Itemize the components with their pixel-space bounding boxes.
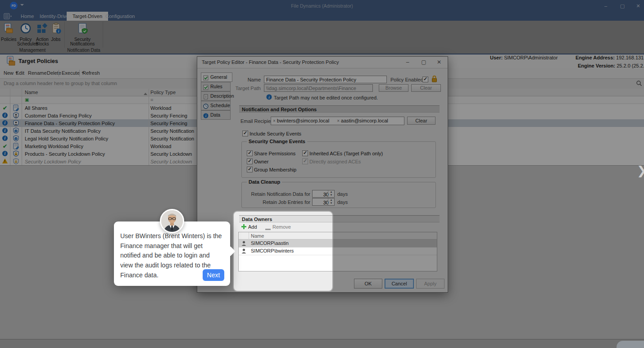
owner-name: SIMCORP\aastin: [251, 240, 289, 246]
window-title: File Dynamics (Administrator): [0, 3, 644, 9]
filter-edit-icon[interactable]: ▣: [25, 97, 29, 102]
engine-address-label: Engine Address:: [576, 55, 615, 60]
column-name[interactable]: Name: [25, 90, 38, 95]
share-permissions-checkbox[interactable]: [247, 150, 253, 156]
ok-button[interactable]: OK: [354, 279, 382, 289]
policy-type: Security Fencing: [150, 121, 187, 126]
check-icon: ✔: [3, 105, 7, 111]
security-notification-icon: i: [13, 135, 19, 143]
tab-general[interactable]: General: [201, 72, 232, 82]
ribbon-tab-row: Home Identity-Driven Target-Driven Confi…: [0, 12, 644, 21]
policy-schedules-button[interactable]: Policy Schedules: [17, 22, 34, 46]
policy-name: Customer Data Fencing Policy: [25, 113, 92, 118]
clear-recipients-button[interactable]: Clear: [407, 117, 435, 125]
owner-checkbox[interactable]: [247, 158, 253, 164]
recipient-chip[interactable]: ×bwinters@simcorp.local: [273, 117, 329, 125]
column-policy-type[interactable]: Policy Type: [150, 90, 176, 95]
name-field[interactable]: [264, 76, 387, 83]
dialog-title-bar[interactable]: Target Policy Editor - Finance Data - Se…: [197, 57, 448, 68]
info-icon: i: [2, 136, 8, 141]
dialog-minimize-button[interactable]: –: [403, 59, 413, 66]
retain-jobs-stepper[interactable]: ▲▼: [312, 198, 335, 206]
action-blocks-button[interactable]: Action Blocks: [35, 22, 50, 46]
apply-button[interactable]: Apply: [416, 279, 444, 289]
close-button[interactable]: ✕: [634, 2, 642, 9]
refresh-button[interactable]: Refresh: [82, 70, 100, 76]
jobs-label: Jobs: [51, 37, 60, 42]
toolbar-separator: [79, 70, 80, 77]
recipient-address: bwinters@simcorp.local: [277, 118, 329, 123]
cancel-button[interactable]: Cancel: [385, 279, 414, 289]
spinner-arrows-icon[interactable]: ▲▼: [328, 190, 334, 197]
execute-button[interactable]: Execute: [62, 70, 84, 76]
maximize-button[interactable]: ▢: [618, 2, 626, 9]
tab-schedule-label: Schedule: [210, 103, 230, 108]
checkbox-icon: [203, 75, 209, 83]
minimize-button[interactable]: –: [602, 2, 610, 9]
page-title: Target Policies: [18, 58, 58, 64]
action-blocks-label: Action Blocks: [36, 37, 49, 46]
security-notifications-button[interactable]: Security Notifications: [68, 22, 96, 46]
engine-version-value: 25.2.0 (25.2.0.1): [617, 63, 644, 68]
dialog-close-button[interactable]: ✕: [434, 59, 444, 66]
next-arrow-icon[interactable]: ❯: [637, 164, 644, 178]
jobs-icon: i: [50, 23, 62, 36]
cutoff-pill-button[interactable]: [617, 341, 644, 348]
target-path-field: [264, 84, 373, 92]
filter-operator[interactable]: =: [150, 97, 153, 103]
clear-target-path-button[interactable]: Clear: [411, 84, 441, 92]
browse-button[interactable]: Browse: [379, 84, 408, 92]
group-membership-checkbox[interactable]: [247, 167, 253, 172]
tab-description[interactable]: Description: [201, 91, 231, 101]
spinner-arrows-icon[interactable]: ▲▼: [328, 199, 334, 205]
group-notification-data-label: Notification Data: [65, 48, 102, 53]
engine-address: Engine Address: 192.168.131.190: [576, 55, 644, 60]
policies-button[interactable]: Policies: [1, 22, 16, 42]
security-fencing-icon: [13, 120, 19, 127]
tab-data[interactable]: i Data: [201, 110, 231, 120]
status-bar: [0, 339, 644, 348]
workload-icon: [13, 143, 19, 150]
search-icon[interactable]: [636, 80, 642, 87]
next-button[interactable]: Next: [203, 269, 224, 281]
data-owners-header[interactable]: Name: [239, 232, 437, 240]
jobs-button[interactable]: i Jobs: [50, 22, 62, 42]
retain-jobs-label: Retain Job Entries for: [243, 199, 310, 205]
email-recipients-field[interactable]: ×bwinters@simcorp.local ×aastin@simcorp.…: [271, 117, 404, 125]
info-icon: i: [266, 94, 272, 101]
owner-row-selected[interactable]: SIMCORP\aastin: [239, 240, 437, 248]
info-icon: i: [2, 151, 8, 156]
dialog-maximize-button[interactable]: ▢: [419, 59, 429, 66]
owner-name: SIMCORP\bwinters: [251, 248, 294, 253]
app-window: FD File Dynamics (Administrator) – ▢ ✕ H…: [0, 0, 644, 348]
remove-owner-button[interactable]: Remove: [272, 224, 291, 230]
tab-configuration[interactable]: Configuration: [100, 12, 141, 21]
include-security-events-checkbox[interactable]: [242, 131, 248, 136]
policy-enabled-checkbox[interactable]: [422, 77, 428, 82]
remove-icon: [265, 226, 271, 231]
tab-rules-label: Rules: [210, 84, 222, 89]
security-notification-icon: i: [13, 127, 19, 135]
recipient-chip[interactable]: ×aastin@simcorp.local: [337, 117, 388, 125]
share-permissions-label: Share Permissions: [254, 151, 295, 156]
retain-notification-input[interactable]: [313, 190, 330, 198]
warning-icon: [2, 158, 8, 163]
retain-notification-stepper[interactable]: ▲▼: [312, 190, 335, 198]
add-owner-button[interactable]: Add: [248, 224, 257, 230]
rename-button[interactable]: Rename: [28, 70, 47, 76]
policy-enabled-label: Policy Enabled: [390, 77, 423, 82]
inherited-aces-checkbox[interactable]: [302, 150, 308, 156]
chip-remove-icon[interactable]: ×: [273, 118, 276, 123]
retain-jobs-input[interactable]: [313, 199, 330, 206]
application-menu-icon[interactable]: [4, 13, 13, 20]
delete-button[interactable]: Delete: [47, 70, 61, 76]
data-owners-grid: Name SIMCORP\aastin SIMCORP\bwinters: [238, 232, 437, 271]
edit-button[interactable]: Edit: [16, 70, 24, 76]
target-path-note: Target Path may not be edited once confi…: [274, 95, 378, 100]
chip-remove-icon[interactable]: ×: [337, 118, 340, 123]
owner-row[interactable]: SIMCORP\bwinters: [239, 247, 437, 255]
tab-schedule[interactable]: Schedule: [201, 101, 231, 110]
include-security-events-label: Include Security Events: [249, 131, 301, 136]
owner-label: Owner: [254, 159, 268, 164]
group-membership-label: Group Membership: [254, 167, 296, 172]
